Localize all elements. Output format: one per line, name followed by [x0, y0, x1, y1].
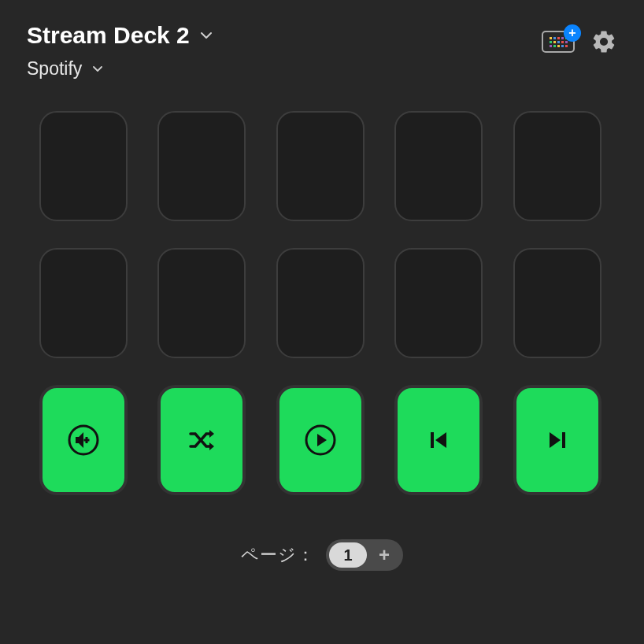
chevron-down-icon: [93, 65, 102, 72]
key-empty[interactable]: [157, 111, 246, 221]
key-empty[interactable]: [513, 111, 601, 221]
pager-pill: 1 +: [326, 539, 403, 571]
key-next-track[interactable]: [513, 385, 601, 495]
play-icon: [302, 421, 339, 459]
chevron-down-icon: [201, 31, 212, 39]
device-selector[interactable]: Stream Deck 2: [27, 22, 212, 49]
previous-track-icon: [423, 424, 454, 456]
settings-button[interactable]: [590, 28, 617, 55]
pager-add-page-button[interactable]: +: [368, 542, 400, 568]
key-empty[interactable]: [394, 248, 483, 358]
key-volume-up[interactable]: [39, 385, 128, 495]
key-empty[interactable]: [513, 248, 601, 358]
device-title: Stream Deck 2: [27, 22, 190, 49]
pager: ページ： 1 +: [0, 539, 644, 571]
next-track-icon: [542, 424, 573, 456]
key-empty[interactable]: [157, 248, 246, 358]
profile-title: Spotify: [27, 58, 82, 80]
add-device-button[interactable]: +: [542, 31, 575, 53]
key-play[interactable]: [276, 385, 365, 495]
pager-label: ページ：: [241, 543, 315, 567]
gear-icon: [590, 28, 617, 55]
key-empty[interactable]: [39, 248, 128, 358]
key-previous-track[interactable]: [394, 385, 483, 495]
svg-rect-4: [431, 432, 434, 448]
pager-current-page[interactable]: 1: [329, 542, 367, 568]
key-empty[interactable]: [276, 248, 365, 358]
profile-selector[interactable]: Spotify: [27, 58, 212, 80]
shuffle-icon: [183, 421, 220, 459]
key-shuffle[interactable]: [157, 385, 246, 495]
key-empty[interactable]: [394, 111, 483, 221]
svg-rect-5: [562, 432, 565, 448]
key-grid: [39, 111, 605, 495]
device-icon: [550, 37, 568, 47]
plus-badge-icon: +: [564, 24, 581, 42]
volume-up-icon: [65, 421, 102, 459]
key-empty[interactable]: [276, 111, 365, 221]
key-empty[interactable]: [39, 111, 128, 221]
